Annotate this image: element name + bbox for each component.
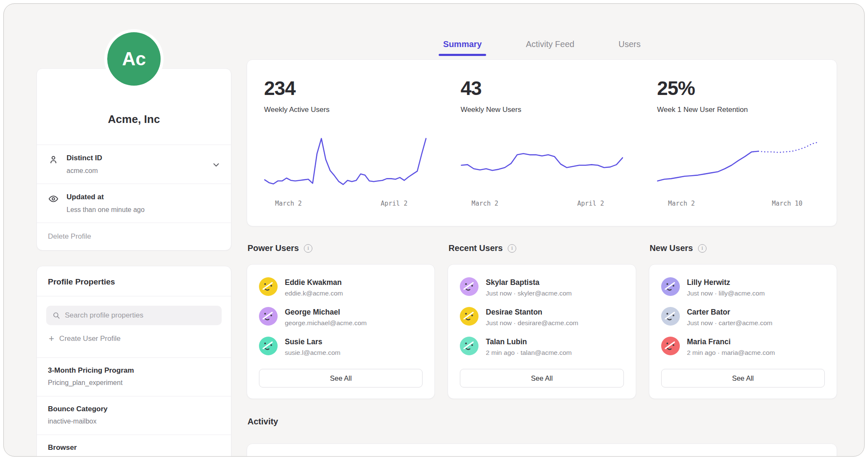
power-users-section: Power Users i Eddie Kwakman eddie.k@acme… xyxy=(247,243,435,399)
profile-properties-search-area: + Create User Profile xyxy=(37,296,231,357)
info-icon[interactable]: i xyxy=(508,244,516,253)
user-name: Desirae Stanton xyxy=(486,307,578,317)
avatar xyxy=(460,277,479,296)
list-item[interactable]: George Michael george.michael@acme.com xyxy=(259,307,423,327)
user-subtext: susie.l@acme.com xyxy=(285,349,340,357)
field-row-distinct-id: Distinct ID acme.com xyxy=(37,145,231,184)
tab-activity-feed[interactable]: Activity Feed xyxy=(526,39,574,56)
plus-icon: + xyxy=(49,335,54,343)
field-label: Updated at xyxy=(67,193,145,201)
stat-section-week1-retention: 25% Week 1 New User Retention March 2 Ma… xyxy=(640,64,837,222)
avatar xyxy=(259,307,278,326)
field-label: Distinct ID xyxy=(67,154,102,162)
avatar xyxy=(259,337,278,355)
company-name: Acme, Inc xyxy=(37,113,231,145)
user-subtext: Just now · desirare@acme.com xyxy=(486,319,578,327)
list-item[interactable]: Maria Franci 2 min ago · maria@acme.com xyxy=(661,337,825,357)
weekly-active-users-chart xyxy=(264,130,427,194)
summary-stats-card: 234 Weekly Active Users March 2 April 2 … xyxy=(247,59,837,226)
property-value: Pricing_plan_experiment xyxy=(48,379,220,387)
x-axis: March 2 April 2 xyxy=(264,200,427,211)
user-name: Lilly Herwitz xyxy=(687,277,765,287)
user-name: George Michael xyxy=(285,307,367,317)
list-item[interactable]: Skylar Baptista Just now · skyler@acme.c… xyxy=(460,277,623,297)
stat-value: 234 xyxy=(264,77,427,100)
avatar xyxy=(259,277,278,296)
list-item[interactable]: Talan Lubin 2 min ago · talan@acme.com xyxy=(460,337,623,357)
list-item[interactable]: Eddie Kwakman eddie.k@acme.com xyxy=(259,277,423,297)
property-label: Browser xyxy=(48,443,220,452)
section-title: Recent Users xyxy=(448,243,503,253)
tab-summary[interactable]: Summary xyxy=(443,39,482,56)
stat-label: Week 1 New User Retention xyxy=(657,106,820,114)
section-title: New Users xyxy=(650,243,693,253)
user-subtext: george.michael@acme.com xyxy=(285,319,367,327)
stat-section-weekly-new-users: 43 Weekly New Users March 2 April 2 xyxy=(444,64,640,222)
property-row: Browser Chrome xyxy=(37,435,231,457)
property-label: Bounce Category xyxy=(48,405,220,413)
x-axis: March 2 March 10 xyxy=(657,200,820,211)
chevron-down-icon[interactable] xyxy=(211,160,221,170)
see-all-button[interactable]: See All xyxy=(661,369,825,388)
stat-label: Weekly New Users xyxy=(461,106,623,114)
activity-card: 234 940 3.4k xyxy=(247,443,837,457)
avatar xyxy=(460,337,479,355)
company-avatar-ring: Ac xyxy=(104,29,164,89)
property-value: Chrome xyxy=(48,456,220,457)
see-all-button[interactable]: See All xyxy=(259,369,423,388)
power-users-card: Eddie Kwakman eddie.k@acme.com George Mi… xyxy=(247,264,435,399)
stat-value: 43 xyxy=(461,77,623,100)
user-subtext: eddie.k@acme.com xyxy=(285,290,343,297)
x-tick: April 2 xyxy=(577,200,604,207)
user-name: Maria Franci xyxy=(687,337,775,346)
section-title: Power Users xyxy=(248,243,299,253)
user-sections-row: Power Users i Eddie Kwakman eddie.k@acme… xyxy=(247,243,837,399)
create-user-profile-button[interactable]: + Create User Profile xyxy=(46,325,222,353)
x-tick: March 10 xyxy=(772,200,802,207)
new-users-section: New Users i Lilly Herwitz Just now · lil… xyxy=(649,243,837,399)
user-name: Talan Lubin xyxy=(486,337,572,346)
user-name: Carter Bator xyxy=(687,307,773,317)
x-tick: April 2 xyxy=(381,200,407,207)
property-row: Bounce Category inactive-mailbox xyxy=(37,396,231,435)
search-profile-properties-input[interactable] xyxy=(65,311,216,320)
profile-card: Acme, Inc Distinct ID acme.com xyxy=(36,68,231,251)
list-item[interactable]: Lilly Herwitz Just now · lilly@acme.com xyxy=(661,277,825,297)
search-box xyxy=(46,306,222,325)
stat-label: Weekly Active Users xyxy=(264,106,427,114)
user-name: Skylar Baptista xyxy=(486,277,572,287)
property-value: inactive-mailbox xyxy=(48,418,220,425)
property-label: 3-Month Pricing Program xyxy=(48,366,220,375)
weekly-new-users-chart xyxy=(461,130,623,194)
user-subtext: Just now · lilly@acme.com xyxy=(687,290,765,297)
activity-title: Activity xyxy=(247,417,837,427)
x-tick: March 2 xyxy=(275,200,302,207)
user-subtext: 2 min ago · maria@acme.com xyxy=(687,349,775,357)
avatar xyxy=(661,337,680,355)
delete-profile-button[interactable]: Delete Profile xyxy=(37,223,231,250)
person-icon xyxy=(48,154,59,165)
user-subtext: Just now · skyler@acme.com xyxy=(486,290,572,297)
new-users-card: Lilly Herwitz Just now · lilly@acme.com … xyxy=(649,264,837,399)
list-item[interactable]: Desirae Stanton Just now · desirare@acme… xyxy=(460,307,623,327)
list-item[interactable]: Carter Bator Just now · carter@acme.com xyxy=(661,307,825,327)
avatar xyxy=(661,277,680,296)
profile-sidebar: Ac Acme, Inc Distinct ID acme.com xyxy=(36,4,231,456)
main-content: Summary Activity Feed Users 234 Weekly A… xyxy=(247,4,837,456)
avatar xyxy=(661,307,680,326)
tab-users[interactable]: Users xyxy=(618,39,640,56)
see-all-button[interactable]: See All xyxy=(460,369,623,388)
list-item[interactable]: Susie Lars susie.l@acme.com xyxy=(259,337,423,357)
stat-value: 25% xyxy=(657,77,820,100)
x-tick: March 2 xyxy=(668,200,695,207)
info-icon[interactable]: i xyxy=(304,244,312,253)
recent-users-section: Recent Users i Skylar Baptista Just now … xyxy=(448,243,636,399)
search-icon xyxy=(52,311,61,320)
info-icon[interactable]: i xyxy=(698,244,707,253)
field-value: acme.com xyxy=(67,167,102,175)
company-avatar: Ac xyxy=(107,32,161,86)
stat-section-weekly-active-users: 234 Weekly Active Users March 2 April 2 xyxy=(247,64,444,222)
avatar xyxy=(460,307,479,326)
profile-properties-card: Profile Properties + Create User Profile xyxy=(36,266,231,457)
user-subtext: 2 min ago · talan@acme.com xyxy=(486,349,572,357)
